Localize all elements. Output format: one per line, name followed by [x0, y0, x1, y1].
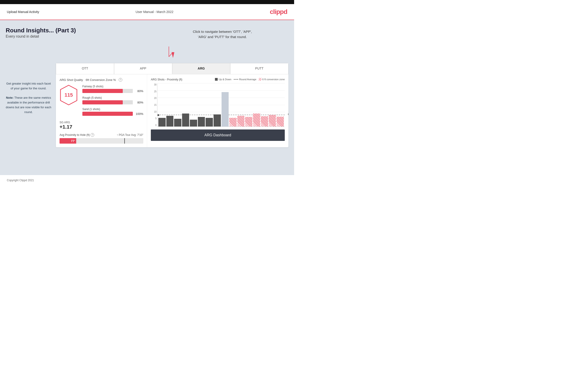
- chart-bar-highlight: [222, 92, 229, 126]
- chart-bar-h7: [277, 117, 284, 126]
- pga-avg-label: ↑ PGA Tour Avg: 7'10": [117, 133, 143, 137]
- legend-box-dark: [215, 78, 218, 81]
- insight-intro: Get greater insight into each facet of y…: [6, 82, 51, 90]
- content-row: Get greater insight into each facet of y…: [6, 63, 288, 147]
- y-label-30: 30: [151, 83, 156, 86]
- bar-rows: Fairway (5 shots) 80% Rough (5 shots): [82, 85, 143, 119]
- bar-pct-rough: 80%: [135, 101, 143, 104]
- sg-label: SG ARG: [60, 121, 143, 124]
- bar-track-fairway: 80%: [82, 89, 143, 93]
- y-label-5: 5: [151, 117, 156, 120]
- header: Upload Manual Activity User Manual - Mar…: [0, 4, 294, 20]
- tab-putt[interactable]: PUTT: [230, 63, 288, 74]
- doc-title: User Manual - March 2022: [136, 10, 173, 14]
- title-section: Round Insights... (Part 3) Every round i…: [6, 27, 76, 39]
- legend-dashed-line: [234, 79, 238, 80]
- footer: Copyright Clippd 2021: [0, 175, 294, 185]
- main-content: Round Insights... (Part 3) Every round i…: [0, 20, 294, 175]
- bar-label-fairway: Fairway (5 shots): [82, 85, 143, 88]
- y-label-0: 0: [151, 124, 156, 126]
- tab-ott[interactable]: OTT: [56, 63, 114, 74]
- right-panel: ARG Shots - Proximity (ft) Up & Down Rou…: [147, 74, 288, 147]
- bar-pct-sand: 100%: [135, 112, 143, 116]
- bar-row-sand: Sand (1 shots) 100%: [82, 108, 143, 116]
- legend-label-updown: Up & Down: [219, 78, 231, 81]
- conversion-label: 6ft Conversion Zone %: [86, 78, 116, 82]
- bar-row-fairway: Fairway (5 shots) 80%: [82, 85, 143, 93]
- insight-note-bold: Note:: [6, 96, 13, 99]
- main-card: OTT APP ARG PUTT ARG Shot Quality 6ft Co…: [56, 63, 288, 147]
- legend-label-6ft: 6 ft conversion zone: [262, 78, 285, 81]
- chart-bar-8: [214, 114, 221, 126]
- y-label-20: 20: [151, 97, 156, 99]
- legend-hatched-box: [259, 78, 261, 81]
- proximity-bar: 77': [60, 138, 143, 144]
- card-body: ARG Shot Quality 6ft Conversion Zone % ?…: [56, 74, 288, 147]
- y-axis: 0 5 10 15 20 25 30: [151, 83, 156, 126]
- y-label-15: 15: [151, 104, 156, 106]
- chart-bar-h5: [261, 116, 268, 126]
- legend-up-down: Up & Down: [215, 78, 231, 81]
- page-title: Round Insights... (Part 3): [6, 27, 76, 34]
- bar-fill-fairway: [82, 89, 123, 93]
- legend-label-roundavg: Round Average: [239, 78, 257, 81]
- arrow-icon: [164, 45, 176, 61]
- top-bar: [0, 0, 294, 4]
- chart-bar-h4: [253, 114, 260, 126]
- hex-container: 115 Fairway (5 shots) 80%: [60, 85, 143, 119]
- bar-fill-rough: [82, 100, 123, 104]
- legend-6ft: 6 ft conversion zone: [259, 78, 285, 81]
- page-subtitle: Every round in detail: [6, 34, 76, 39]
- annotation-line1: Click to navigate between 'OTT', 'APP',: [193, 29, 252, 34]
- bar-row-rough: Rough (5 shots) 80%: [82, 96, 143, 104]
- chart-bar-5: [190, 120, 197, 126]
- bar-track-rough: 80%: [82, 100, 143, 104]
- proximity-section: Avg Proximity to Hole (ft) ? ↑ PGA Tour …: [60, 133, 143, 144]
- y-label-10: 10: [151, 110, 156, 113]
- arrow-annotation: [6, 45, 294, 61]
- bar-bg-sand: [82, 112, 133, 116]
- copyright: Copyright Clippd 2021: [7, 179, 34, 182]
- proximity-label: Avg Proximity to Hole (ft) ?: [60, 133, 94, 137]
- chart-bar-h6: [269, 115, 276, 126]
- legend: Up & Down Round Average 6 ft conversion …: [215, 78, 285, 81]
- insight-text: Get greater insight into each facet of y…: [6, 63, 51, 115]
- sg-section: SG ARG +1.17: [60, 121, 143, 130]
- y-label-25: 25: [151, 90, 156, 93]
- bar-label-rough: Rough (5 shots): [82, 96, 143, 99]
- tab-app[interactable]: APP: [114, 63, 172, 74]
- hexagon: 115: [60, 85, 78, 105]
- proximity-value: 77': [71, 139, 75, 143]
- proximity-bar-fill: 77': [60, 138, 76, 144]
- chart-bar-h2: [237, 116, 245, 126]
- right-panel-header: ARG Shots - Proximity (ft) Up & Down Rou…: [151, 78, 285, 81]
- nav-annotation: Click to navigate between 'OTT', 'APP', …: [193, 29, 252, 39]
- sg-value: +1.17: [60, 124, 143, 130]
- shot-quality-label: ARG Shot Quality: [60, 78, 83, 82]
- panel-header: ARG Shot Quality 6ft Conversion Zone % ?: [60, 78, 143, 82]
- chart-area: 0 5 10 15 20 25 30: [157, 83, 285, 127]
- chart-bar-7: [206, 118, 213, 126]
- chart-bar-h3: [245, 117, 252, 126]
- arg-dashboard-button[interactable]: ARG Dashboard: [151, 129, 285, 141]
- tab-arg[interactable]: ARG: [172, 63, 230, 74]
- bar-bg-rough: [82, 100, 133, 104]
- proximity-cursor: [124, 138, 125, 144]
- bar-track-sand: 100%: [82, 112, 143, 116]
- bar-bg-fairway: [82, 89, 133, 93]
- hex-value: 115: [65, 92, 73, 98]
- tabs: OTT APP ARG PUTT: [56, 63, 288, 74]
- left-panel: ARG Shot Quality 6ft Conversion Zone % ?…: [56, 74, 147, 147]
- chart-bar-1: [158, 118, 166, 126]
- help-icon[interactable]: ?: [119, 78, 122, 82]
- logo: clippd: [270, 8, 287, 16]
- bar-fill-sand: [82, 112, 133, 116]
- chart-bar-3: [174, 119, 182, 126]
- annotation-line2: 'ARG' and 'PUTT' for that round.: [193, 34, 252, 40]
- chart-bar-6: [198, 117, 205, 126]
- proximity-header: Avg Proximity to Hole (ft) ? ↑ PGA Tour …: [60, 133, 143, 137]
- legend-round-avg: Round Average: [234, 78, 257, 81]
- chart-bar-2: [166, 116, 174, 126]
- proximity-help-icon[interactable]: ?: [91, 133, 94, 137]
- chart-title: ARG Shots - Proximity (ft): [151, 78, 182, 81]
